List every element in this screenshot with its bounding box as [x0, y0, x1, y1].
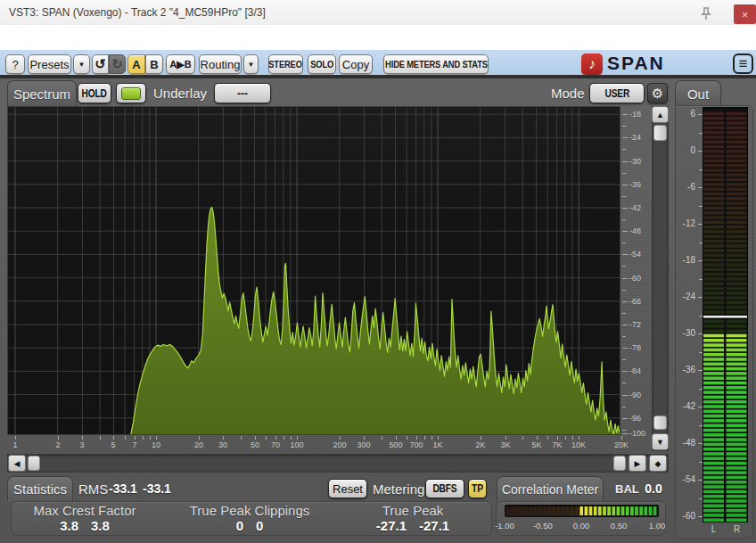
routing-button[interactable]: Routing — [199, 54, 242, 74]
solo-button[interactable]: SOLO — [308, 54, 336, 74]
redo-icon[interactable]: ↻ — [109, 54, 126, 74]
freq-tick-label: 200 — [329, 440, 350, 449]
out-meter-body — [703, 107, 748, 522]
underlay-select-button[interactable]: --- — [214, 83, 271, 103]
stereo-button[interactable]: STEREO — [268, 54, 303, 74]
db-tick — [622, 196, 626, 197]
mode-select-button[interactable]: USER — [589, 83, 645, 103]
db-tick-label: -18 — [629, 110, 641, 119]
scroll-left-icon[interactable]: ◀ — [8, 455, 26, 472]
max-crest-factor-values: 3.83.8 — [18, 518, 152, 533]
corr-led-segment — [547, 506, 551, 515]
freq-tick — [223, 436, 224, 440]
copy-a-to-b-button[interactable]: A▶B — [166, 54, 195, 74]
compare-a-button[interactable]: A — [127, 54, 145, 74]
freq-tick-label: 50 — [244, 440, 266, 449]
freq-tick-label: 30 — [212, 440, 234, 449]
freq-tick — [481, 436, 481, 440]
db-tick — [622, 290, 626, 291]
tab-correlation-meter[interactable]: Correlation Meter — [497, 476, 604, 501]
meter-scale-label: -30 — [670, 328, 695, 338]
hold-button[interactable]: HOLD — [78, 83, 111, 103]
true-peak-button[interactable]: TP — [468, 479, 487, 498]
db-tick-label: -100 — [629, 429, 645, 438]
corr-led-segment — [575, 506, 579, 515]
freq-tick-label: 10K — [568, 440, 589, 449]
peak-marker — [703, 316, 747, 317]
corr-led-segment — [553, 506, 556, 515]
undo-icon[interactable]: ↺ — [92, 54, 109, 74]
db-tick — [622, 418, 628, 419]
tab-spectrum[interactable]: Spectrum — [7, 80, 77, 106]
freq-tick — [621, 436, 622, 440]
routing-dropdown-icon[interactable]: ▼ — [243, 54, 259, 74]
freq-tick-label: 5 — [103, 440, 124, 449]
menu-icon[interactable]: ≡ — [733, 53, 753, 74]
db-tick — [622, 325, 628, 325]
db-tick-label: -84 — [629, 366, 641, 375]
v-scroll-thumb-bottom[interactable] — [653, 415, 667, 430]
db-tick-label: -24 — [629, 133, 641, 142]
close-button[interactable]: × — [734, 4, 756, 24]
db-tick — [622, 208, 628, 209]
h-scrollbar[interactable] — [7, 454, 669, 473]
freq-tick — [275, 436, 276, 440]
freq-tick — [284, 436, 284, 440]
rms-label: RMS — [78, 481, 108, 497]
freq-tick-label: 2 — [47, 440, 69, 449]
freq-tick-label: 7K — [546, 440, 568, 449]
corr-led-segment — [562, 506, 565, 515]
reset-button[interactable]: Reset — [328, 479, 367, 498]
freq-tick — [297, 436, 298, 440]
metering-label: Metering — [373, 481, 424, 497]
freq-tick — [340, 436, 341, 440]
tab-out[interactable]: Out — [675, 80, 721, 106]
freq-tick-label: 1K — [427, 440, 448, 449]
v-scrollbar[interactable] — [652, 106, 669, 451]
freq-tick-label: 3 — [71, 440, 93, 449]
scroll-up-icon[interactable]: ▲ — [652, 106, 669, 123]
corr-led-segment — [645, 506, 648, 515]
meter-scale-label: -36 — [670, 365, 695, 374]
freq-tick — [100, 436, 101, 440]
freq-tick-label: 700 — [406, 440, 427, 449]
scroll-right-icon[interactable]: ▶ — [629, 455, 646, 472]
scroll-down-icon[interactable]: ▼ — [652, 433, 669, 450]
db-tick — [622, 278, 628, 279]
freq-tick — [522, 436, 523, 440]
v-scroll-thumb-top[interactable] — [653, 125, 667, 141]
db-tick-label: -90 — [629, 391, 641, 399]
freq-tick — [255, 436, 256, 440]
hide-meters-button[interactable]: HIDE METERS AND STATS — [383, 54, 489, 74]
db-tick — [622, 383, 626, 383]
db-tick — [622, 359, 626, 360]
db-tick-label: -48 — [629, 226, 641, 235]
h-scroll-thumb-left[interactable] — [28, 456, 40, 471]
help-button[interactable]: ? — [5, 54, 25, 74]
db-tick-label: -60 — [629, 274, 641, 283]
tab-statistics[interactable]: Statistics — [7, 476, 73, 501]
freq-tick — [143, 436, 144, 440]
spectrum-enable-button[interactable] — [116, 83, 146, 103]
zoom-diamond-icon[interactable]: ◆ — [649, 455, 667, 472]
meter-scale-label: 6 — [670, 109, 695, 119]
db-tick — [622, 219, 626, 220]
db-tick — [622, 371, 628, 372]
preset-row: Default ∨ + Param 2 in+out UI ✓ — [0, 25, 756, 50]
db-tick-label: -78 — [629, 343, 641, 352]
dbfs-button[interactable]: DBFS — [425, 479, 464, 498]
corr-led-segment — [566, 506, 570, 515]
gear-icon[interactable]: ⚙ — [647, 83, 668, 103]
pin-icon[interactable] — [700, 6, 712, 21]
copy-button[interactable]: Copy — [339, 54, 373, 74]
true-peak-clippings-label: True Peak Clippings — [183, 503, 316, 518]
presets-button[interactable]: Presets — [28, 54, 71, 74]
compare-b-button[interactable]: B — [145, 54, 163, 74]
db-tick — [622, 348, 628, 349]
meter-scale-label: -60 — [670, 511, 695, 521]
corr-led-segment — [538, 506, 542, 515]
presets-dropdown-icon[interactable]: ▼ — [73, 54, 90, 74]
h-scroll-thumb-right[interactable] — [613, 456, 626, 471]
freq-tick-label: 1 — [4, 440, 26, 449]
corr-led-segment — [607, 506, 611, 515]
